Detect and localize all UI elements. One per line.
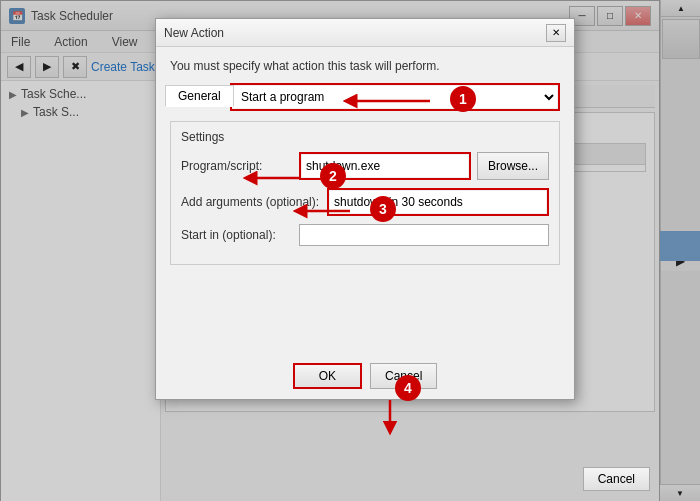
dialog-overlay: New Action ✕ You must specify what actio… [0, 0, 700, 501]
arrow-1 [330, 86, 450, 116]
browse-button[interactable]: Browse... [477, 152, 549, 180]
arrow-4 [380, 398, 420, 438]
dialog-close-button[interactable]: ✕ [546, 24, 566, 42]
tab-general[interactable]: General [165, 85, 234, 107]
startin-label: Start in (optional): [181, 228, 291, 242]
annotation-3: 3 [370, 196, 396, 222]
program-field-row: Program/script: Browse... [181, 152, 549, 180]
dialog-buttons: OK Cancel [170, 355, 560, 389]
settings-group: Settings Program/script: Browse... Add a… [170, 121, 560, 265]
dialog-instruction: You must specify what action this task w… [170, 59, 560, 73]
startin-field-row: Start in (optional): [181, 224, 549, 246]
settings-legend: Settings [181, 130, 549, 144]
annotation-2: 2 [320, 163, 346, 189]
ok-button[interactable]: OK [293, 363, 362, 389]
spacer [170, 275, 560, 355]
startin-input[interactable] [299, 224, 549, 246]
dialog-titlebar: New Action ✕ [156, 19, 574, 47]
outer-cancel-button[interactable]: Cancel [583, 467, 650, 491]
outer-cancel-area: Cancel [583, 467, 650, 491]
arrow-3 [290, 196, 370, 226]
arrow-2 [240, 163, 320, 193]
dialog-title: New Action [164, 26, 546, 40]
annotation-1: 1 [450, 86, 476, 112]
